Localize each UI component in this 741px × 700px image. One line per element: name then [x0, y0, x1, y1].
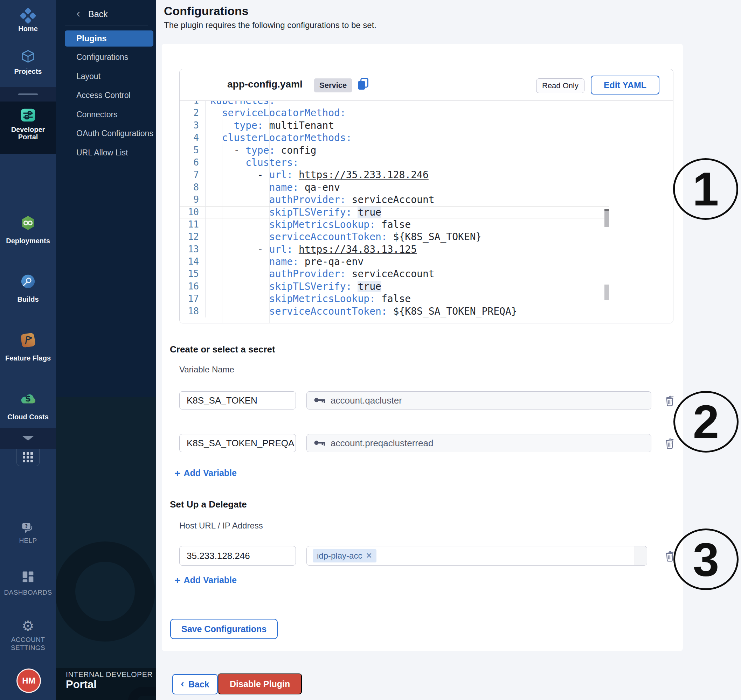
add-variable-link-delegate[interactable]: + Add Variable [174, 575, 237, 585]
subnav-item-connectors[interactable]: Connectors [77, 109, 118, 120]
yaml-line-text: serviceAccountToken: ${K8S_SA_TOKEN} [206, 231, 482, 243]
add-variable-link-secret[interactable]: + Add Variable [174, 468, 237, 478]
secret-select[interactable]: account.qacluster [306, 391, 651, 409]
read-only-badge: Read Only [536, 78, 585, 93]
line-number: 5 [180, 144, 206, 156]
svg-text:$: $ [25, 394, 31, 403]
rail-item-label: Deployments [0, 237, 56, 245]
secret-select[interactable]: account.preqaclusterread [306, 434, 651, 452]
yaml-line-text: - url: https://35.233.128.246 [206, 169, 429, 181]
subnav-item-access-control[interactable]: Access Control [77, 90, 131, 101]
secret-section-heading: Create or select a secret [170, 344, 275, 355]
yaml-line-text: name: pre-qa-env [206, 256, 364, 268]
rail-item-label: Developer Portal [7, 126, 49, 141]
home-icon [0, 8, 56, 25]
variable-name-input[interactable]: K8S_SA_TOKEN_PREQA [179, 434, 296, 452]
annotation-circle-3: 3 [673, 528, 738, 590]
yaml-filename: app-config.yaml [227, 79, 303, 90]
rail-item-label: Home [0, 25, 56, 32]
rail-item-label: HELP [0, 537, 56, 544]
rail-item-label: Projects [0, 68, 56, 75]
dashboards-icon [0, 571, 56, 584]
secret-select-value: account.qacluster [331, 395, 402, 406]
yaml-line-text: skipTLSVerify: true [206, 280, 382, 293]
subnav-divider [65, 25, 148, 26]
line-number: 11 [180, 218, 206, 231]
subnav-item-layout[interactable]: Layout [77, 71, 100, 82]
line-number: 9 [180, 194, 206, 206]
projects-icon [0, 49, 56, 66]
yaml-line-10: 10 skipTLSVerify: true [180, 206, 609, 218]
plus-icon: + [174, 468, 181, 478]
line-number: 17 [180, 293, 206, 305]
scrollbar-thumb[interactable] [604, 285, 609, 300]
line-number: 6 [180, 156, 206, 169]
scrollbar-thumb[interactable] [604, 209, 609, 227]
yaml-line-text: name: qa-env [206, 181, 340, 194]
module-grid-icon [23, 458, 33, 464]
annotation-number: 1 [692, 166, 719, 213]
rail-divider-dash [18, 93, 38, 95]
yaml-code-viewer: 1kubernetes:2 serviceLocatorMethod:3 typ… [180, 101, 609, 324]
rail-item-label: Cloud Costs [0, 413, 56, 421]
tag-field-right-segment [635, 546, 647, 565]
yaml-line-text: skipMetricsLookup: false [206, 293, 411, 305]
delegate-tag-chip: idp-play-acc ✕ [313, 549, 376, 562]
line-number: 18 [180, 305, 206, 318]
delegate-tags-input[interactable]: idp-play-acc ✕ [306, 546, 647, 566]
back-nav-label: Back [88, 9, 108, 19]
delete-variable-row-button[interactable] [664, 437, 675, 449]
disable-plugin-button[interactable]: Disable Plugin [218, 674, 302, 694]
yaml-line-8: 8 name: qa-env [180, 181, 609, 194]
footer-title: Portal [66, 678, 97, 691]
yaml-line-text: skipMetricsLookup: false [206, 218, 411, 231]
help-icon: ? [0, 522, 56, 536]
yaml-line-17: 17 skipMetricsLookup: false [180, 293, 609, 305]
save-configurations-button[interactable]: Save Configurations [170, 619, 278, 639]
module-selector-button[interactable] [16, 449, 40, 466]
page-subtitle: The plugin requires the following config… [164, 20, 376, 30]
rail-item-label: Builds [0, 296, 56, 303]
page-title: Configurations [164, 4, 249, 18]
subnav-item-plugins[interactable]: Plugins [65, 31, 153, 47]
yaml-line-text: authProvider: serviceAccount [206, 194, 435, 206]
plugin-subnav: ‹ Back PluginsConfigurationsLayoutAccess… [56, 0, 156, 700]
cloud-costs-icon: $ [0, 391, 56, 406]
edit-yaml-button[interactable]: Edit YAML [591, 76, 659, 94]
yaml-line-16: 16 skipTLSVerify: true [180, 280, 609, 293]
back-nav-link[interactable]: ‹ Back [56, 7, 156, 21]
close-icon[interactable]: ✕ [365, 551, 372, 560]
yaml-line-12: 12 serviceAccountToken: ${K8S_SA_TOKEN} [180, 231, 609, 243]
yaml-line-text: type: multiTenant [206, 119, 334, 132]
chevron-down-icon[interactable] [22, 436, 34, 441]
line-number: 2 [180, 107, 206, 119]
yaml-line-7: 7 - url: https://35.233.128.246 [180, 169, 609, 181]
secret-select-value: account.preqaclusterread [331, 438, 433, 449]
line-number: 1 [180, 101, 206, 107]
line-number: 13 [180, 243, 206, 256]
yaml-line-text: serviceAccountToken: ${K8S_SA_TOKEN_PREQ… [206, 305, 517, 318]
yaml-line-6: 6 clusters: [180, 156, 609, 169]
yaml-line-13: 13 - url: https://34.83.13.125 [180, 243, 609, 256]
deployments-icon [0, 215, 56, 232]
variable-name-label: Variable Name [179, 365, 234, 375]
delete-variable-row-button[interactable] [664, 395, 675, 407]
annotation-circle-1: 1 [673, 158, 738, 220]
host-url-input[interactable]: 35.233.128.246 [179, 546, 296, 566]
copy-icon[interactable] [357, 77, 370, 93]
variable-name-input[interactable]: K8S_SA_TOKEN [179, 391, 296, 409]
line-number: 15 [180, 268, 206, 280]
avatar[interactable]: HM [16, 669, 41, 693]
annotation-circle-2: 2 [673, 391, 738, 453]
back-chevron-icon: ‹ [77, 6, 80, 20]
subnav-item-configurations[interactable]: Configurations [77, 51, 128, 63]
yaml-line-3: 3 type: multiTenant [180, 119, 609, 132]
back-button[interactable]: ‹ Back [172, 674, 218, 694]
yaml-line-4: 4 clusterLocatorMethods: [180, 132, 609, 144]
line-number: 10 [180, 206, 206, 218]
subnav-item-url-allow-list[interactable]: URL Allow List [77, 147, 128, 158]
yaml-line-text: skipTLSVerify: true [206, 206, 382, 218]
subnav-item-oauth-configurations[interactable]: OAuth Configurations [77, 128, 153, 139]
delegate-section-heading: Set Up a Delegate [170, 499, 247, 510]
service-badge: Service [314, 78, 352, 93]
